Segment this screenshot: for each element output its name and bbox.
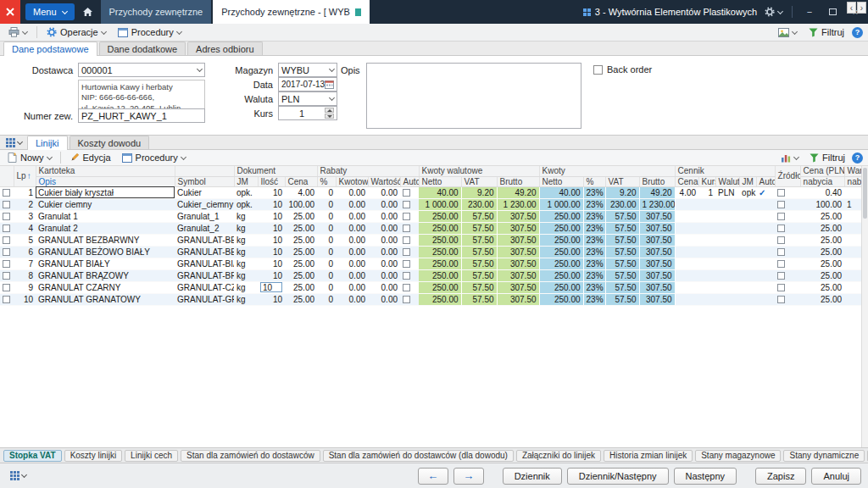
back-order-checkbox[interactable]: Back order: [593, 64, 652, 75]
cell-netto[interactable]: 250.00: [539, 234, 583, 246]
cennik-auto-checkbox[interactable]: [756, 246, 775, 258]
bottom-tab[interactable]: Stany magazynowe: [695, 450, 781, 462]
cell-brutto[interactable]: 307.50: [639, 210, 675, 222]
dostawca-combobox[interactable]: 000001: [78, 63, 205, 77]
scrollbar-thumb[interactable]: [863, 168, 867, 219]
tab-adres-odbioru[interactable]: Adres odbioru: [187, 42, 263, 55]
cell-cennik-kurs[interactable]: [698, 258, 715, 269]
header-nabycia2[interactable]: nabycia: [844, 176, 861, 186]
cell-brutto[interactable]: 49.20: [639, 186, 675, 198]
cell-rabat-kwotowy[interactable]: 0.00: [336, 222, 368, 234]
inline-edit-input[interactable]: 10: [260, 282, 282, 292]
cell-symbol[interactable]: Granulat_1: [175, 210, 234, 222]
procedury-button[interactable]: Procedury: [114, 25, 186, 40]
cell-rabat-kwotowy[interactable]: 0.00: [336, 281, 368, 293]
cell-cennik-waluta[interactable]: [715, 210, 739, 222]
row-select-checkbox[interactable]: [0, 258, 14, 269]
scroll-left-button[interactable]: ‹: [847, 2, 856, 14]
cell-cena-nabycia[interactable]: 0.40: [800, 186, 844, 198]
row-select-checkbox[interactable]: [0, 210, 14, 222]
next-arrow-button[interactable]: →: [453, 468, 484, 485]
cell-lp[interactable]: 9: [14, 281, 36, 293]
cell-vat-walutowe[interactable]: 57.50: [461, 269, 497, 281]
cell-cennik-kurs[interactable]: [698, 222, 715, 234]
zapisz-button[interactable]: Zapisz: [755, 468, 806, 485]
header-cennik-jm[interactable]: JM: [739, 176, 756, 186]
cell-vat-walutowe[interactable]: 57.50: [461, 210, 497, 222]
cell-vat-walutowe[interactable]: 57.50: [461, 222, 497, 234]
cell-cena[interactable]: 25.00: [285, 281, 317, 293]
cell-cena[interactable]: 25.00: [285, 246, 317, 258]
table-row[interactable]: 6GRANULAT BEŻOWO BIAŁYGRANULAT-BEŻOWOkg1…: [0, 246, 861, 258]
header-nabycia[interactable]: nabycia: [800, 176, 844, 186]
cell-rabat-kwotowy[interactable]: 0.00: [336, 293, 368, 305]
cell-vat-procent[interactable]: 23%: [583, 269, 605, 281]
cell-brutto-walutowe[interactable]: 307.50: [497, 246, 539, 258]
cell-brutto[interactable]: 1 230.00: [639, 198, 675, 210]
cell-vat[interactable]: 57.50: [605, 234, 639, 246]
cell-rabat-wartosc[interactable]: 0.00: [368, 258, 400, 269]
opis-textarea[interactable]: [366, 63, 581, 129]
cell-brutto[interactable]: 307.50: [639, 258, 675, 269]
cell-symbol[interactable]: Cukier: [175, 186, 234, 198]
cell-jm[interactable]: kg: [234, 281, 258, 293]
cell-rabat-procent[interactable]: 0: [317, 281, 336, 293]
dziennik-nastepny-button[interactable]: Dziennik/Następny: [567, 468, 669, 485]
cell-jm[interactable]: kg: [234, 210, 258, 222]
layout-selector-button-bottom[interactable]: [7, 469, 30, 483]
cell-wartosc-nabycia[interactable]: [844, 293, 861, 305]
cell-netto[interactable]: 250.00: [539, 281, 583, 293]
cell-opis[interactable]: GRANULAT BRĄZOWY: [36, 269, 175, 281]
zrodlo-checkbox[interactable]: [775, 269, 800, 281]
cell-netto-walutowe[interactable]: 250.00: [419, 281, 461, 293]
rabat-auto-checkbox[interactable]: [400, 198, 419, 210]
cell-netto[interactable]: 250.00: [539, 210, 583, 222]
cell-vat[interactable]: 57.50: [605, 258, 639, 269]
header-wartosc-rabat[interactable]: Wartość: [368, 176, 400, 186]
cell-rabat-kwotowy[interactable]: 0.00: [336, 234, 368, 246]
cell-cennik-waluta[interactable]: [715, 222, 739, 234]
header-jm[interactable]: JM: [234, 176, 258, 186]
rabat-auto-checkbox[interactable]: [400, 269, 419, 281]
cell-netto-walutowe[interactable]: 250.00: [419, 269, 461, 281]
cell-cena-nabycia[interactable]: 25.00: [800, 281, 844, 293]
cell-rabat-procent[interactable]: 0: [317, 246, 336, 258]
cell-cennik-cena[interactable]: [675, 269, 698, 281]
cell-cennik-kurs[interactable]: [698, 246, 715, 258]
home-button[interactable]: [82, 7, 93, 17]
cell-symbol[interactable]: GRANULAT-BEŻOWO: [175, 246, 234, 258]
cell-wartosc-nabycia[interactable]: [844, 222, 861, 234]
cell-rabat-wartosc[interactable]: 0.00: [368, 222, 400, 234]
cell-wartosc-nabycia[interactable]: [844, 210, 861, 222]
cell-symbol[interactable]: GRANULAT-BIAŁY: [175, 258, 234, 269]
cell-cennik-kurs[interactable]: [698, 281, 715, 293]
table-row[interactable]: 4Granulat 2Granulat_2kg1025.0000.000.002…: [0, 222, 861, 234]
cell-cennik-waluta[interactable]: [715, 198, 739, 210]
header-netto-wal[interactable]: Netto: [419, 176, 461, 186]
cell-brutto-walutowe[interactable]: 1 230.00: [497, 198, 539, 210]
header-brutto[interactable]: Brutto: [639, 176, 675, 186]
waluta-combobox[interactable]: PLN: [278, 92, 337, 106]
cell-cennik-waluta[interactable]: [715, 269, 739, 281]
cell-vat-procent[interactable]: 23%: [583, 246, 605, 258]
cell-jm[interactable]: kg: [234, 293, 258, 305]
cell-brutto[interactable]: 307.50: [639, 234, 675, 246]
cell-lp[interactable]: 7: [14, 258, 36, 269]
cell-symbol[interactable]: Cukier_ciemny: [175, 198, 234, 210]
cell-symbol[interactable]: GRANULAT-BRĄZOW: [175, 269, 234, 281]
cell-cena-nabycia[interactable]: 100.00: [800, 198, 844, 210]
cell-rabat-wartosc[interactable]: 0.00: [368, 281, 400, 293]
cell-cennik-jm[interactable]: [739, 269, 756, 281]
tab-koszty-dowodu[interactable]: Koszty dowodu: [70, 136, 150, 149]
cell-vat-procent[interactable]: 23%: [583, 234, 605, 246]
document-tab-przychody[interactable]: Przychody zewnętrzne: [101, 0, 212, 24]
cell-rabat-procent[interactable]: 0: [317, 258, 336, 269]
row-select-checkbox[interactable]: [0, 234, 14, 246]
header-cennik-cena[interactable]: Cena: [675, 176, 698, 186]
bottom-tab[interactable]: Stan dla zamówień do dostawców: [181, 450, 320, 462]
header-lp[interactable]: Lp↑: [14, 166, 36, 186]
cell-vat[interactable]: 57.50: [605, 293, 639, 305]
cell-netto-walutowe[interactable]: 40.00: [419, 186, 461, 198]
cell-vat-walutowe[interactable]: 57.50: [461, 281, 497, 293]
table-row[interactable]: 2Cukier ciemnyCukier_ciemnyopk.10100.000…: [0, 198, 861, 210]
